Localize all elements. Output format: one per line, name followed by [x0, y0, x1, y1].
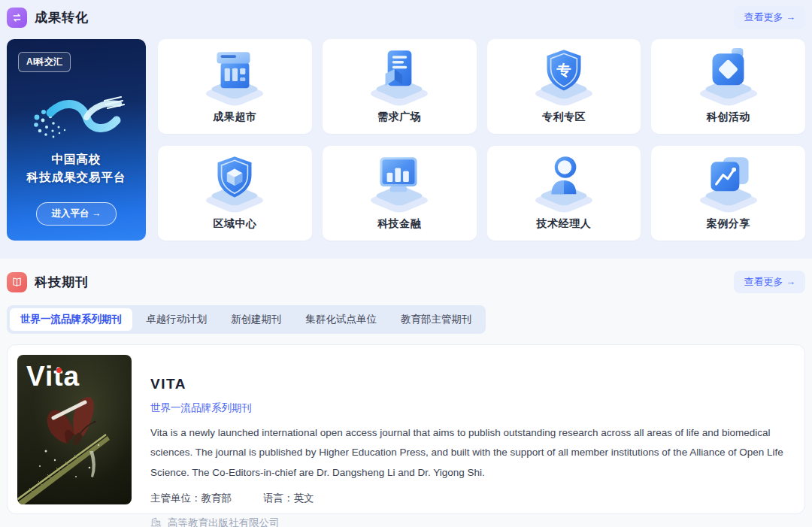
section-header: 科技期刊 查看更多 → — [7, 271, 805, 293]
promo-banner[interactable]: AI科交汇 中国高 — [7, 39, 146, 241]
patent-shield-icon: 专 — [531, 44, 597, 111]
view-more-button[interactable]: 查看更多 → — [734, 271, 805, 293]
storefront-icon — [201, 44, 268, 111]
journal-card-vita[interactable]: Vita VITA 世界一流品牌系列期刊 Vita is a newly lau… — [7, 344, 805, 514]
case-share-icon — [695, 150, 762, 217]
demand-document-icon — [366, 44, 432, 111]
finance-chart-icon — [366, 150, 432, 217]
manager-person-icon — [531, 150, 597, 217]
feature-card-tech-manager[interactable]: 技术经理人 — [487, 146, 641, 241]
feature-label: 科技金融 — [377, 217, 421, 231]
vita-logo: Vita — [26, 361, 80, 392]
feature-label: 专利专区 — [542, 111, 586, 124]
feature-card-regional-center[interactable]: 区域中心 — [158, 146, 312, 241]
feature-card-patent-zone[interactable]: 专 专利专区 — [487, 39, 641, 134]
feature-card-innovation-activity[interactable]: 科创活动 — [651, 39, 805, 134]
feature-card-tech-finance[interactable]: 科技金融 — [323, 146, 477, 241]
feature-label: 需求广场 — [377, 111, 421, 124]
transfer-arrows-icon — [7, 8, 27, 28]
enter-platform-button[interactable]: 进入平台 → — [36, 202, 117, 226]
tab-excellence-action-plan[interactable]: 卓越行动计划 — [135, 308, 217, 331]
feature-grid: 成果超市 需求广场 — [158, 39, 805, 241]
open-book-icon — [7, 272, 27, 292]
feature-label: 技术经理人 — [537, 217, 592, 231]
journal-title: VITA — [150, 376, 795, 392]
promo-badge: AI科交汇 — [18, 52, 71, 72]
journal-tabs: 世界一流品牌系列期刊 卓越行动计划 新创建期刊 集群化试点单位 教育部主管期刊 — [7, 305, 486, 334]
feature-card-demand-plaza[interactable]: 需求广场 — [323, 39, 477, 134]
journal-category-link[interactable]: 世界一流品牌系列期刊 — [150, 401, 252, 415]
svg-text:专: 专 — [556, 61, 571, 78]
top-content: AI科交汇 中国高 — [7, 39, 805, 241]
view-more-button[interactable]: 查看更多 → — [734, 6, 805, 29]
language-field: 语言：英文 — [263, 492, 314, 505]
journal-info: VITA 世界一流品牌系列期刊 Vita is a newly launched… — [150, 355, 795, 504]
region-shield-icon — [201, 150, 268, 217]
page-title: 成果转化 — [35, 9, 89, 26]
tab-moe-supervised[interactable]: 教育部主管期刊 — [390, 308, 483, 331]
journal-cover-image[interactable]: Vita — [17, 355, 132, 504]
platform-logo-icon — [20, 92, 133, 149]
feature-card-case-sharing[interactable]: 案例分享 — [651, 146, 805, 241]
publisher-name: 高等教育出版社有限公司 — [168, 516, 280, 527]
building-icon — [150, 516, 162, 527]
feature-label: 科创活动 — [707, 111, 750, 124]
promo-title: 中国高校 科技成果交易平台 — [7, 150, 146, 186]
feature-label: 成果超市 — [213, 111, 256, 124]
supervisor-field: 主管单位：教育部 — [150, 492, 232, 505]
activity-cube-icon — [695, 44, 762, 111]
tab-newly-created[interactable]: 新创建期刊 — [220, 308, 292, 331]
tab-world-class-brand[interactable]: 世界一流品牌系列期刊 — [10, 308, 132, 331]
journal-description: Vita is a newly launched international o… — [150, 423, 795, 483]
page-title: 科技期刊 — [35, 274, 89, 291]
tab-cluster-pilot[interactable]: 集群化试点单位 — [295, 308, 388, 331]
feature-label: 案例分享 — [707, 217, 750, 231]
vita-logo-red-dot — [56, 368, 62, 373]
section-header: 成果转化 查看更多 → — [7, 6, 805, 29]
journal-meta: 主管单位：教育部 语言：英文 — [150, 492, 795, 505]
section-tech-journals: 科技期刊 查看更多 → 世界一流品牌系列期刊 卓越行动计划 新创建期刊 集群化试… — [0, 259, 812, 527]
feature-card-achievement-market[interactable]: 成果超市 — [158, 39, 312, 134]
journal-publisher: 高等教育出版社有限公司 — [150, 516, 795, 527]
feature-label: 区域中心 — [213, 217, 256, 231]
section-achievement-transformation: 成果转化 查看更多 → AI科交汇 — [0, 0, 812, 259]
